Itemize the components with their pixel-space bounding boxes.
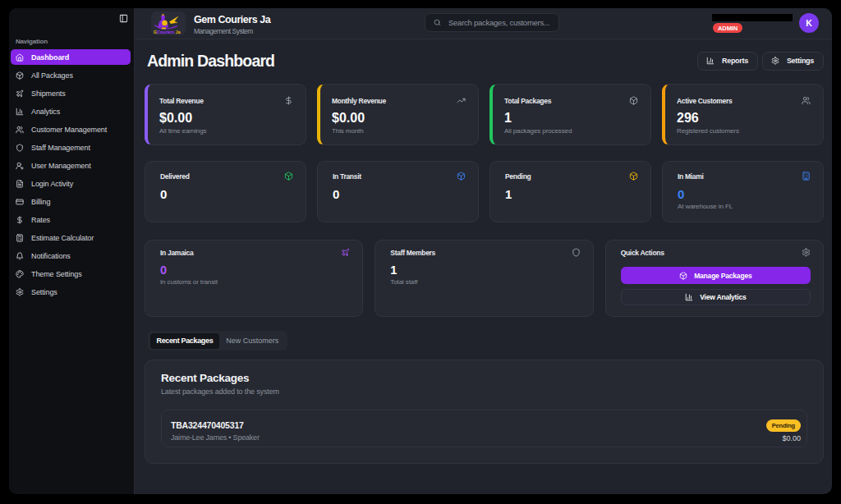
svg-text:GCouriers Ja: GCouriers Ja — [154, 30, 181, 34]
